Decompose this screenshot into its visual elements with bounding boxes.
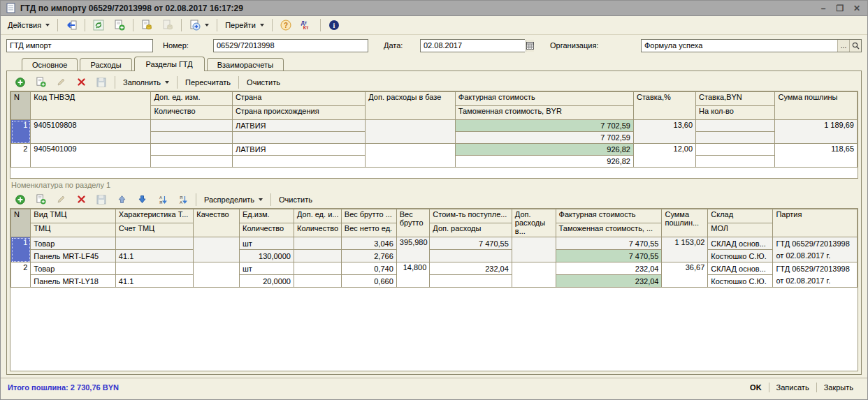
delete-row-button[interactable] bbox=[72, 192, 90, 207]
rate-byn-cell[interactable] bbox=[696, 120, 775, 132]
tmc-cell[interactable]: Панель MRT-LF45 bbox=[31, 250, 116, 262]
date-input[interactable] bbox=[421, 40, 526, 52]
write-button[interactable]: Записать bbox=[769, 381, 816, 394]
clear-button[interactable]: Очистить bbox=[275, 193, 316, 206]
close-form-button[interactable]: Закрыть bbox=[817, 381, 860, 394]
char-cell[interactable] bbox=[115, 237, 193, 250]
calendar-button[interactable] bbox=[526, 40, 534, 52]
sklad-cell[interactable]: СКЛАД основ... bbox=[708, 262, 773, 275]
ok-button[interactable]: OK bbox=[743, 381, 769, 394]
duty-cell[interactable]: 118,65 bbox=[775, 144, 858, 168]
minimize-button[interactable]: – bbox=[817, 3, 830, 14]
char-cell[interactable] bbox=[115, 262, 193, 275]
per-qty-cell[interactable] bbox=[696, 156, 775, 168]
code-cell[interactable]: 9405401009 bbox=[31, 144, 151, 168]
vid-cell[interactable]: Товар bbox=[31, 262, 116, 275]
dop-cost-cell[interactable] bbox=[430, 250, 512, 262]
customs-cell[interactable]: 7 702,59 bbox=[455, 132, 633, 144]
customs-cell[interactable]: 7 470,55 bbox=[556, 250, 662, 262]
tab-rashody[interactable]: Расходы bbox=[80, 58, 131, 71]
dop-base-cell[interactable] bbox=[366, 120, 456, 144]
duty-cell[interactable]: 1 153,02 bbox=[662, 237, 708, 262]
dop-unit-cell[interactable] bbox=[151, 144, 232, 156]
dop-base-cell[interactable] bbox=[512, 262, 556, 288]
add-row-button[interactable] bbox=[11, 75, 29, 90]
net-unit-cell[interactable]: 0,660 bbox=[341, 275, 396, 288]
tab-vzaimoraschety[interactable]: Взаиморасчеты bbox=[207, 58, 284, 71]
origin-cell[interactable] bbox=[232, 132, 365, 144]
gross-unit-cell[interactable]: 3,046 bbox=[341, 237, 396, 250]
dop-unit-cell[interactable] bbox=[294, 237, 341, 250]
sort-ascending-button[interactable]: АЯ bbox=[153, 192, 171, 207]
end-edit-button[interactable] bbox=[92, 192, 110, 207]
rate-byn-cell[interactable] bbox=[696, 144, 775, 156]
invoice-cell[interactable]: 7 470,55 bbox=[556, 237, 662, 250]
row-number-cell[interactable]: 2 bbox=[11, 144, 31, 168]
recalculate-button[interactable]: Пересчитать bbox=[182, 76, 234, 89]
quality-cell[interactable] bbox=[194, 262, 240, 288]
distribute-menu-button[interactable]: Распределить bbox=[201, 193, 266, 206]
dop-unit-cell[interactable] bbox=[294, 262, 341, 275]
dop-cost-cell[interactable] bbox=[430, 275, 512, 288]
dtkt-postings-button[interactable]: Дт Кт bbox=[297, 18, 317, 32]
quality-cell[interactable] bbox=[194, 237, 240, 262]
unit-cell[interactable]: шт bbox=[240, 262, 294, 275]
row-number-cell[interactable]: 2 bbox=[11, 262, 31, 288]
customs-cell[interactable]: 926,82 bbox=[455, 156, 633, 168]
goto-menu-button[interactable]: Перейти bbox=[221, 19, 268, 31]
organization-select-button[interactable]: ... bbox=[837, 40, 849, 52]
code-cell[interactable]: 9405109808 bbox=[31, 120, 151, 144]
save-and-close-button[interactable] bbox=[62, 17, 81, 33]
doc-type-input[interactable] bbox=[6, 39, 153, 52]
number-input[interactable] bbox=[213, 39, 368, 52]
batch-cell[interactable]: ГТД 06529/72013998 от 02.08.2017 г. bbox=[773, 262, 858, 288]
gross-unit-cell[interactable]: 0,740 bbox=[341, 262, 396, 275]
organization-open-button[interactable] bbox=[849, 40, 861, 52]
invoice-cell[interactable]: 926,82 bbox=[455, 144, 633, 156]
qty-cell[interactable] bbox=[151, 132, 232, 144]
duty-cell[interactable]: 1 189,69 bbox=[775, 120, 858, 144]
account-cell[interactable]: 41.1 bbox=[115, 275, 193, 288]
actions-menu-button[interactable]: Действия bbox=[3, 19, 54, 31]
qty-cell[interactable]: 20,0000 bbox=[240, 275, 294, 288]
nomenclature-grid-empty-area[interactable] bbox=[10, 288, 858, 371]
sort-descending-button[interactable]: ЯА bbox=[173, 192, 191, 207]
fill-menu-button[interactable]: Заполнить bbox=[120, 76, 173, 89]
gross-cell[interactable]: 395,980 bbox=[396, 237, 430, 262]
cost-cell[interactable]: 232,04 bbox=[430, 262, 512, 275]
tab-razdely-gtd[interactable]: Разделы ГТД bbox=[134, 57, 205, 71]
help-button[interactable]: ? bbox=[276, 17, 296, 33]
copy-row-button[interactable] bbox=[31, 75, 50, 90]
end-edit-button[interactable] bbox=[92, 75, 110, 90]
invoice-cell[interactable]: 232,04 bbox=[556, 262, 662, 275]
delete-row-button[interactable] bbox=[72, 75, 90, 90]
country-cell[interactable]: ЛАТВИЯ bbox=[232, 120, 365, 132]
dop-unit-cell[interactable] bbox=[151, 120, 232, 132]
vid-cell[interactable]: Товар bbox=[31, 237, 116, 250]
tmc-cell[interactable]: Панель MRT-LY18 bbox=[31, 275, 116, 288]
row-number-cell[interactable]: 1 bbox=[11, 120, 31, 144]
add-row-button[interactable] bbox=[11, 192, 29, 207]
batch-cell[interactable]: ГТД 06529/72013998 от 02.08.2017 г. bbox=[773, 237, 858, 262]
move-up-button[interactable] bbox=[113, 192, 131, 207]
rate-cell[interactable]: 12,00 bbox=[633, 144, 695, 168]
row-number-cell[interactable]: 1 bbox=[11, 237, 31, 262]
net-unit-cell[interactable]: 2,766 bbox=[341, 250, 396, 262]
move-down-button[interactable] bbox=[133, 192, 151, 207]
qty-cell[interactable]: 130,0000 bbox=[240, 250, 294, 262]
sections-grid-empty-area[interactable] bbox=[10, 168, 858, 178]
account-cell[interactable]: 41.1 bbox=[115, 250, 193, 262]
close-button[interactable]: ✕ bbox=[851, 3, 863, 14]
rate-cell[interactable]: 13,60 bbox=[633, 120, 695, 144]
organization-input[interactable] bbox=[642, 40, 837, 52]
tab-osnovnoe[interactable]: Основное bbox=[22, 58, 78, 71]
gross-cell[interactable]: 14,800 bbox=[396, 262, 430, 288]
origin-cell[interactable] bbox=[232, 156, 365, 168]
maximize-button[interactable]: ❐ bbox=[834, 3, 846, 14]
refresh-button[interactable] bbox=[89, 17, 108, 33]
invoice-cell[interactable]: 7 702,59 bbox=[455, 120, 633, 132]
qty-cell[interactable] bbox=[151, 156, 232, 168]
sklad-cell[interactable]: СКЛАД основ... bbox=[708, 237, 773, 250]
unpost-document-button[interactable] bbox=[158, 17, 178, 33]
clear-button[interactable]: Очистить bbox=[243, 76, 284, 89]
